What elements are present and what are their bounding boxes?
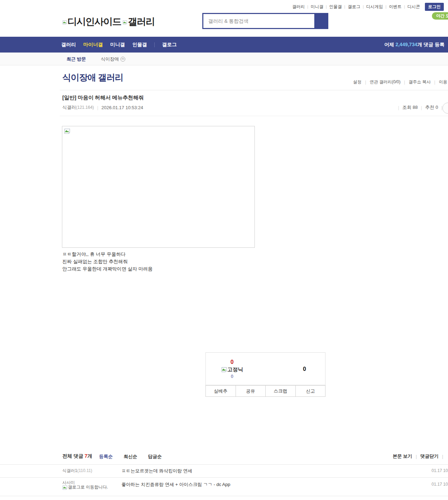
comment-row: 식갤러1(110.11) ㅍㅌ는모르겟는데 콰삭킹이랑 연세 01.17 10	[0, 464, 448, 477]
post-author-ip: (121.164)	[76, 105, 94, 110]
stats-count: 2,449,734	[396, 42, 417, 47]
settings-link[interactable]: 설정	[353, 79, 362, 85]
view-post-link[interactable]: 본문 보기	[393, 453, 412, 459]
divider: |	[363, 5, 364, 9]
search-box: 갤러리 & 통합검색	[202, 13, 328, 29]
divider: |	[365, 80, 366, 85]
copy-url-link[interactable]: 갤주소 복사	[408, 79, 430, 85]
post-body-line: 안그래도 우울한데 개꽉막이면 살자 마려움	[62, 265, 153, 273]
post-date: 2026.01.17 10:53:24	[102, 105, 143, 110]
scrap-button[interactable]: 스크랩	[265, 385, 296, 397]
logo-text-primary: 디시인사이드	[68, 15, 121, 28]
comments-header: 전체 댓글 7개 등록순 최신순 답글순 본문 보기 | 댓글닫기 |	[0, 452, 448, 462]
stats-prefix: 어제	[384, 42, 396, 47]
divider	[60, 116, 448, 116]
minor-gallery-icon: m	[120, 57, 125, 62]
comment-text: 좋아하는 치킨종류랑 연세 + 아이스크림 ㄱㄱ - dc App	[121, 481, 230, 488]
divider: |	[398, 105, 399, 110]
broken-image-icon	[122, 16, 127, 27]
divider: |	[421, 105, 422, 110]
sort-registered-tab[interactable]: 등록순	[99, 453, 113, 460]
top-link-persongal[interactable]: 인물갤	[329, 4, 342, 10]
gallery-links: 설정| 연관 갤러리(0/0)| 갤주소 복사| 이용	[353, 79, 447, 85]
recent-visit-bar: 최근 방문 식이장애 m	[0, 52, 448, 65]
comment-stats: 어제 2,449,734개 댓글 등록	[384, 37, 444, 52]
nav-gallog[interactable]: 갤로그	[162, 42, 177, 48]
comment-author[interactable]: 식갤러1(110.11)	[62, 468, 92, 474]
recent-gallery-link[interactable]: 식이장애 m	[101, 53, 125, 65]
logo-text-secondary: 갤러리	[128, 15, 155, 28]
top-link-gallog[interactable]: 갤로그	[348, 4, 360, 10]
divider: |	[442, 454, 443, 459]
post-views: 조회 88	[402, 104, 418, 111]
post-author[interactable]: 식갤러	[62, 104, 76, 111]
divider	[60, 90, 448, 90]
post-image-placeholder	[62, 126, 255, 248]
upvote-count: 0	[216, 359, 248, 365]
top-link-event[interactable]: 이벤트	[389, 4, 401, 10]
post-body-line: 진짜 실패없는 조합만 추천해줘	[62, 258, 153, 265]
dcinside-gallery-page: 갤러리| 미니갤| 인물갤| 갤로그| 디시게임| 이벤트| 디시콘 로그인 야…	[0, 0, 448, 500]
usage-guide-link[interactable]: 이용	[439, 79, 447, 85]
top-link-minigal[interactable]: 미니갤	[311, 4, 323, 10]
post-body: ㅍㅌ할거야,, 휴 너무 우울하다 진짜 실패없는 조합만 추천해줘 안그래도 …	[62, 251, 153, 273]
sort-replies-tab[interactable]: 답글순	[148, 453, 162, 460]
search-input[interactable]: 갤러리 & 통합검색	[203, 14, 314, 28]
related-galleries-link[interactable]: 연관 갤러리(0/0)	[370, 79, 400, 85]
gallog-link[interactable]: 갤로그로 이동합니다.	[62, 485, 108, 491]
sort-newest-tab[interactable]: 최신순	[124, 453, 137, 460]
divider: |	[416, 454, 417, 459]
gallog-alt-text: 갤로그로 이동합니다.	[68, 485, 108, 490]
broken-image-icon	[62, 16, 67, 27]
fixed-nick-label: 고정닉	[227, 366, 243, 373]
broken-image-icon	[62, 485, 68, 491]
upvote-area[interactable]: 0 고정닉 0	[216, 359, 248, 379]
report-button[interactable]: 신고	[295, 385, 326, 397]
fixed-nick-count: 0	[216, 374, 248, 379]
fixed-nick-row: 고정닉	[216, 366, 248, 373]
silbechu-button[interactable]: 실베추	[205, 385, 236, 397]
comments-total: 전체 댓글 7개	[62, 453, 92, 459]
recent-gallery-name: 식이장애	[101, 53, 119, 65]
divider: |	[344, 5, 345, 9]
divider	[154, 42, 155, 47]
nav-minigal[interactable]: 미니갤	[110, 42, 125, 48]
post-meta-right: | 조회 88 | 추천 0 |	[395, 104, 446, 111]
login-button[interactable]: 로그인	[425, 3, 444, 11]
divider: |	[434, 80, 435, 85]
stats-suffix: 개 댓글 등록	[417, 42, 444, 47]
gallery-title[interactable]: 식이장애 갤러리	[62, 72, 123, 83]
site-logo[interactable]: 디시인사이드 갤러리	[62, 15, 155, 28]
share-button[interactable]: 공유	[236, 385, 266, 397]
nav-persongal[interactable]: 인물갤	[132, 42, 147, 48]
top-link-dccon[interactable]: 디시콘	[407, 4, 420, 10]
nav-minorgal-active[interactable]: 마이너갤	[83, 42, 103, 48]
recent-visit-label[interactable]: 최근 방문	[66, 53, 86, 65]
comments-total-label: 전체 댓글	[62, 453, 85, 459]
divider: |	[326, 5, 327, 9]
night-mode-button[interactable]: 야간 모드	[432, 12, 448, 20]
main-navbar: 갤러리 마이너갤 미니갤 인물갤 갤로그 어제 2,449,734개 댓글 등록	[0, 37, 448, 52]
comments-header-right: 본문 보기 | 댓글닫기 |	[393, 453, 447, 459]
nav-gallery[interactable]: 갤러리	[61, 42, 76, 48]
post-body-line: ㅍㅌ할거야,, 휴 너무 우울하다	[62, 251, 153, 258]
top-link-gallery[interactable]: 갤러리	[292, 4, 305, 10]
comment-text: ㅍㅌ는모르겟는데 콰삭킹이랑 연세	[121, 468, 192, 474]
post-title-text: 마음이 허해서 메뉴추천해줘	[76, 94, 144, 100]
divider: |	[404, 5, 405, 9]
comment-date: 01.17 10	[432, 482, 448, 487]
vote-box: 0 고정닉 0 0	[205, 352, 326, 385]
comments-total-count: 7	[85, 453, 88, 459]
broken-image-icon	[221, 367, 227, 373]
post-category: [일반]	[62, 94, 76, 100]
comment-author-name: 식갤러1	[62, 468, 77, 473]
close-comments-link[interactable]: 댓글닫기	[420, 453, 439, 459]
search-button[interactable]	[314, 13, 328, 29]
divider: |	[97, 105, 98, 110]
comments-sort-tabs: 등록순 최신순 답글순	[99, 453, 162, 460]
post-meta-left: 식갤러 (121.164) | 2026.01.17 10:53:24	[62, 104, 143, 111]
comment-author-ip: (110.11)	[77, 468, 92, 473]
top-link-dcgame[interactable]: 디시게임	[366, 4, 383, 10]
downvote-count[interactable]: 0	[298, 366, 312, 372]
comments-total-suffix: 개	[88, 453, 92, 459]
